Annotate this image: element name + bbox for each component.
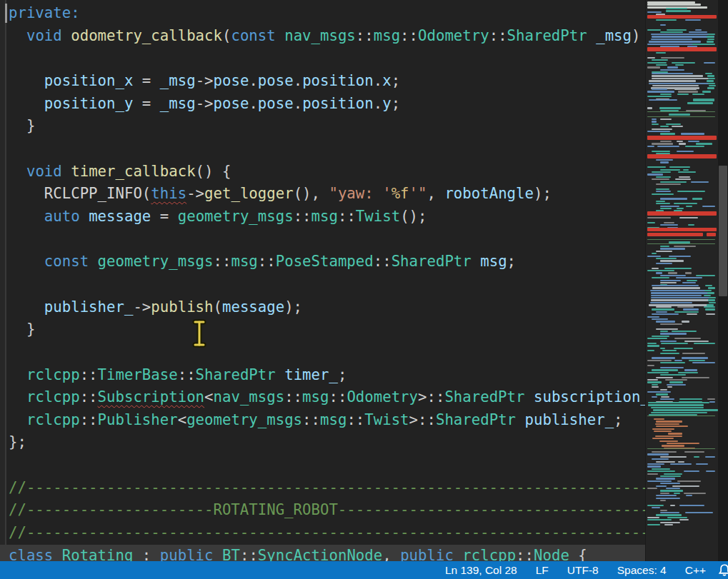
minimap-code-mark	[656, 272, 662, 273]
minimap-code-mark	[707, 80, 714, 81]
minimap-code-mark	[656, 328, 678, 330]
code-line[interactable]: //---------------------ROTATING_ROBOT---…	[0, 499, 645, 522]
code-line[interactable]: publisher_->publish(message);	[0, 296, 645, 319]
minimap-code-mark	[652, 313, 679, 315]
code-token: msg	[311, 208, 338, 225]
code-line[interactable]: void timer_callback() {	[0, 161, 645, 183]
minimap-code-mark	[669, 381, 683, 383]
minimap-code-mark	[704, 306, 715, 308]
minimap-code-mark	[648, 404, 704, 406]
minimap-code-mark	[707, 75, 714, 76]
minimap-code-mark	[659, 440, 678, 442]
minimap[interactable]	[645, 0, 719, 561]
minimap-code-mark	[650, 302, 693, 303]
minimap-code-mark	[647, 15, 717, 19]
minimap-code-mark	[660, 260, 684, 261]
minimap-code-mark	[660, 224, 678, 226]
minimap-code-mark	[656, 159, 673, 161]
status-indentation[interactable]: Spaces: 4	[617, 564, 667, 577]
minimap-code-mark	[674, 89, 697, 90]
minimap-code-mark	[660, 362, 685, 363]
code-token: publish	[151, 298, 213, 316]
code-line[interactable]: rclcpp::Publisher<geometry_msgs::msg::Tw…	[0, 409, 645, 432]
minimap-code-mark	[652, 75, 703, 76]
status-eol[interactable]: LF	[536, 564, 549, 577]
code-line[interactable]: rclcpp::TimerBase::SharedPtr timer_;	[0, 364, 645, 387]
code-line[interactable]: position_y = _msg->pose.pose.position.y;	[0, 93, 645, 116]
code-line[interactable]: const geometry_msgs::msg::PoseStamped::S…	[0, 251, 645, 273]
code-editor[interactable]: private: void odometry_callback(const na…	[0, 0, 645, 561]
code-token: );	[534, 185, 552, 202]
notifications-bell-icon[interactable]	[717, 563, 728, 577]
status-language[interactable]: C++	[685, 564, 706, 577]
minimap-code-mark	[695, 29, 702, 31]
code-line[interactable]: void odometry_callback(const nav_msgs::m…	[0, 25, 645, 48]
minimap-code-mark	[651, 297, 712, 298]
code-token	[276, 27, 284, 44]
code-line[interactable]: private:	[0, 2, 645, 25]
code-line[interactable]: rclcpp::Subscription<nav_msgs::msg::Odom…	[0, 386, 645, 409]
code-token: rclcpp	[462, 547, 516, 561]
code-token: const	[44, 253, 89, 270]
code-line[interactable]	[0, 138, 645, 161]
code-token: ->	[196, 72, 214, 89]
code-token: msg	[374, 27, 400, 44]
code-line[interactable]: //--------------------------------------…	[0, 522, 645, 545]
status-cursor-position[interactable]: Ln 139, Col 28	[445, 564, 517, 577]
code-line[interactable]: //--------------------------------------…	[0, 477, 645, 500]
minimap-code-mark	[652, 458, 669, 460]
minimap-code-mark	[691, 181, 709, 183]
minimap-code-mark	[672, 485, 699, 487]
code-token: message	[222, 298, 284, 316]
code-line[interactable]: class Rotating : public BT::SyncActionNo…	[0, 545, 645, 561]
minimap-code-mark	[679, 519, 689, 520]
minimap-code-mark	[678, 171, 697, 173]
code-line[interactable]: }	[0, 115, 645, 138]
minimap-code-mark	[647, 111, 715, 112]
minimap-code-mark	[694, 343, 715, 344]
code-token: =	[160, 208, 169, 225]
minimap-code-mark	[707, 233, 716, 236]
code-token	[89, 253, 97, 270]
code-line[interactable]: };	[0, 431, 645, 454]
code-token	[9, 95, 44, 112]
minimap-code-mark	[660, 331, 668, 332]
code-line[interactable]	[0, 341, 645, 364]
status-encoding[interactable]: UTF-8	[567, 564, 599, 577]
code-token	[569, 547, 578, 561]
minimap-code-mark	[647, 57, 655, 59]
minimap-code-mark	[655, 435, 683, 437]
code-token: .	[249, 72, 257, 89]
minimap-code-mark	[675, 178, 691, 180]
code-line[interactable]: position_x = _msg->pose.pose.position.x;	[0, 70, 645, 93]
minimap-code-mark	[706, 313, 715, 315]
minimap-code-mark	[647, 136, 717, 140]
minimap-code-mark	[659, 107, 682, 109]
code-token: ::	[374, 253, 392, 270]
minimap-code-mark	[649, 83, 709, 84]
code-line[interactable]	[0, 47, 645, 70]
code-token: ;	[614, 411, 622, 428]
code-token	[151, 547, 159, 561]
minimap-code-mark	[647, 338, 667, 339]
code-line[interactable]	[0, 454, 645, 477]
code-token: //--------------------------------------…	[9, 479, 645, 496]
minimap-code-mark	[647, 350, 654, 351]
code-token: public	[160, 547, 214, 561]
scrollbar-thumb[interactable]	[719, 166, 727, 296]
code-token: .	[249, 95, 257, 112]
minimap-code-mark	[656, 64, 667, 66]
minimap-code-mark	[647, 448, 715, 449]
code-line[interactable]: RCLCPP_INFO(this->get_logger(), "yaw: '%…	[0, 183, 645, 206]
code-line[interactable]: }	[0, 318, 645, 341]
scrollbar-track[interactable]	[718, 0, 728, 561]
minimap-code-mark	[686, 495, 692, 496]
code-token: Odometry	[346, 388, 418, 406]
code-line[interactable]: auto message = geometry_msgs::msg::Twist…	[0, 206, 645, 228]
minimap-code-mark	[696, 275, 715, 276]
minimap-code-mark	[656, 321, 675, 322]
code-token: //--------------------------------------…	[9, 524, 645, 541]
code-line[interactable]	[0, 228, 645, 251]
minimap-code-mark	[660, 510, 667, 511]
code-line[interactable]	[0, 273, 645, 296]
